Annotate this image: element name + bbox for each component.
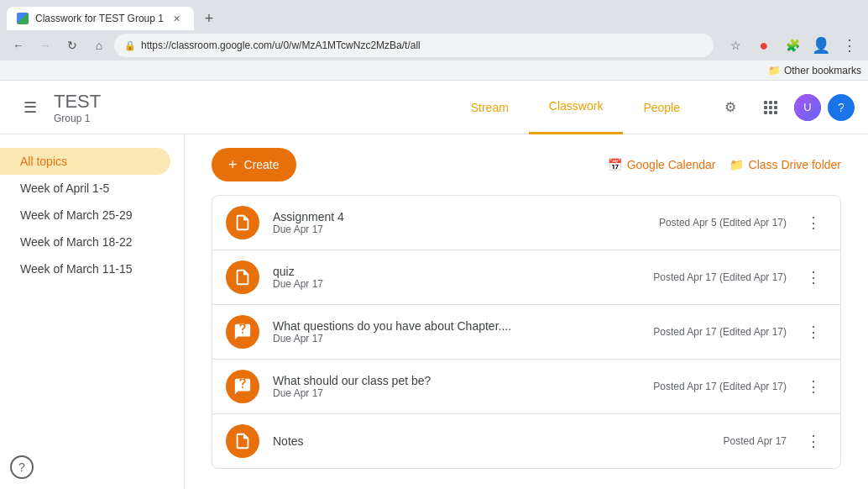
header-actions: 📅 Google Calendar 📁 Class Drive folder <box>608 158 841 171</box>
sidebar-item-week-march11[interactable]: Week of March 11-15 <box>0 255 170 282</box>
forward-button[interactable]: → <box>34 34 57 57</box>
assignment-item: What questions do you have about Chapter… <box>212 305 840 360</box>
class-drive-folder-link[interactable]: 📁 Class Drive folder <box>729 158 841 171</box>
user-avatar[interactable]: U <box>794 94 821 121</box>
calendar-label: Google Calendar <box>627 158 716 171</box>
url-text: https://classroom.google.com/u/0/w/MzA1M… <box>141 34 421 56</box>
assignment-due: Due Apr 17 <box>273 223 646 235</box>
assignment-info: Assignment 4 Due Apr 17 <box>273 210 646 235</box>
assignment-item: quiz Due Apr 17 Posted Apr 17 (Edited Ap… <box>212 250 840 305</box>
create-label: Create <box>244 158 280 171</box>
assignment-item: What should our class pet be? Due Apr 17… <box>212 360 840 414</box>
create-button[interactable]: + Create <box>212 148 296 181</box>
tab-stream[interactable]: Stream <box>451 81 529 134</box>
new-tab-button[interactable]: + <box>197 7 221 30</box>
top-nav: ☰ TEST Group 1 Stream Classwork People ⚙… <box>0 81 868 134</box>
tab-title: Classwork for TEST Group 1 <box>35 13 164 24</box>
active-tab[interactable]: Classwork for TEST Group 1 ✕ <box>7 7 194 30</box>
bookmarks-bar: 📁 Other bookmarks <box>0 60 868 81</box>
tab-close-button[interactable]: ✕ <box>170 12 184 25</box>
assignment-posted: Posted Apr 17 (Edited Apr 17) <box>653 326 787 338</box>
address-bar: ← → ↻ ⌂ 🔒 https://classroom.google.com/u… <box>0 30 868 60</box>
app-title: TEST Group 1 <box>54 91 101 124</box>
class-subtitle: Group 1 <box>54 113 101 124</box>
google-apps-button[interactable] <box>754 91 787 124</box>
assignment-more-button[interactable]: ⋮ <box>800 209 827 236</box>
tab-people[interactable]: People <box>623 81 700 134</box>
tab-favicon <box>17 13 29 24</box>
assignment-info: quiz Due Apr 17 <box>273 265 640 290</box>
assignment-posted: Posted Apr 17 (Edited Apr 17) <box>653 381 787 392</box>
assignment-item: Assignment 4 Due Apr 17 Posted Apr 5 (Ed… <box>212 196 840 250</box>
tab-classwork[interactable]: Classwork <box>529 81 624 134</box>
question-icon <box>226 370 259 403</box>
browser-chrome: Classwork for TEST Group 1 ✕ + ← → ↻ ⌂ 🔒… <box>0 0 868 60</box>
account-circle[interactable]: ● <box>752 34 776 57</box>
more-tools-button[interactable]: ⋮ <box>838 34 861 57</box>
assignment-posted: Posted Apr 5 (Edited Apr 17) <box>659 217 787 229</box>
question-icon <box>226 315 259 349</box>
assignment-title: quiz <box>273 265 640 278</box>
profile-button[interactable]: 👤 <box>809 34 833 57</box>
other-bookmarks-label[interactable]: Other bookmarks <box>784 65 861 76</box>
sidebar-item-week-march25[interactable]: Week of March 25-29 <box>0 202 170 229</box>
calendar-icon: 📅 <box>608 158 622 171</box>
assignment-due: Due Apr 17 <box>273 278 640 290</box>
material-icon <box>226 424 259 458</box>
create-plus-icon: + <box>228 156 238 174</box>
assignment-more-button[interactable]: ⋮ <box>800 373 827 400</box>
settings-button[interactable]: ⚙ <box>714 91 747 124</box>
assignment-due: Due Apr 17 <box>273 387 640 399</box>
drive-folder-icon: 📁 <box>729 158 744 171</box>
url-bar[interactable]: 🔒 https://classroom.google.com/u/0/w/MzA… <box>114 34 714 57</box>
tab-bar: Classwork for TEST Group 1 ✕ + <box>0 0 868 30</box>
folder-icon: 📁 <box>768 65 781 76</box>
assignment-item: Notes Posted Apr 17 ⋮ <box>212 414 840 468</box>
back-button[interactable]: ← <box>7 34 30 57</box>
drive-folder-label: Class Drive folder <box>749 158 841 171</box>
assignment-title: What questions do you have about Chapter… <box>273 319 640 333</box>
browser-actions: ☆ ● 🧩 👤 ⋮ <box>724 34 861 57</box>
assignment-posted: Posted Apr 17 <box>724 435 787 447</box>
main-content: All topics Week of April 1-5 Week of Mar… <box>0 134 868 489</box>
top-nav-actions: ⚙ U ? <box>714 91 855 124</box>
assignment-more-button[interactable]: ⋮ <box>800 428 827 455</box>
assignment-list: Assignment 4 Due Apr 17 Posted Apr 5 (Ed… <box>212 195 841 469</box>
assignment-due: Due Apr 17 <box>273 333 640 344</box>
bottom-help-button[interactable]: ? <box>10 455 34 479</box>
help-button[interactable]: ? <box>828 94 855 121</box>
sidebar-item-all-topics[interactable]: All topics <box>0 148 170 175</box>
assignment-info: Notes <box>273 434 710 448</box>
home-button[interactable]: ⌂ <box>87 34 111 57</box>
bookmark-star[interactable]: ☆ <box>724 34 747 57</box>
reload-button[interactable]: ↻ <box>60 34 84 57</box>
google-calendar-link[interactable]: 📅 Google Calendar <box>608 158 716 171</box>
sidebar-item-week-april[interactable]: Week of April 1-5 <box>0 175 170 202</box>
extensions-button[interactable]: 🧩 <box>781 34 804 57</box>
nav-tabs: Stream Classwork People <box>451 81 700 134</box>
quiz-icon <box>226 260 259 294</box>
assignment-icon <box>226 206 259 239</box>
assignment-posted: Posted Apr 17 (Edited Apr 17) <box>653 271 787 283</box>
app-container: ☰ TEST Group 1 Stream Classwork People ⚙… <box>0 81 868 489</box>
assignment-info: What should our class pet be? Due Apr 17 <box>273 374 640 399</box>
assignment-title: What should our class pet be? <box>273 374 640 387</box>
hamburger-button[interactable]: ☰ <box>13 91 47 124</box>
content-header: + Create 📅 Google Calendar 📁 Class Drive… <box>212 148 841 181</box>
assignment-title: Assignment 4 <box>273 210 646 223</box>
assignment-more-button[interactable]: ⋮ <box>800 318 827 345</box>
assignment-more-button[interactable]: ⋮ <box>800 264 827 291</box>
sidebar-item-week-march18[interactable]: Week of March 18-22 <box>0 229 170 255</box>
content-area: + Create 📅 Google Calendar 📁 Class Drive… <box>185 134 868 489</box>
assignment-title: Notes <box>273 434 710 448</box>
class-name: TEST <box>54 91 101 113</box>
sidebar: All topics Week of April 1-5 Week of Mar… <box>0 134 185 489</box>
assignment-info: What questions do you have about Chapter… <box>273 319 640 344</box>
